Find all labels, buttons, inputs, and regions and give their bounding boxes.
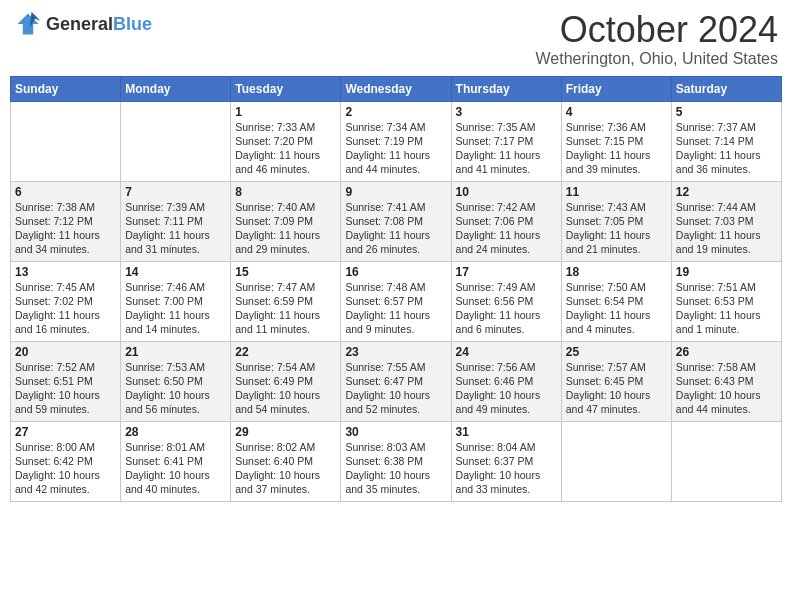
day-info: Sunrise: 7:36 AMSunset: 7:15 PMDaylight:… (566, 121, 651, 176)
day-info: Sunrise: 7:33 AMSunset: 7:20 PMDaylight:… (235, 121, 320, 176)
day-info: Sunrise: 7:53 AMSunset: 6:50 PMDaylight:… (125, 361, 210, 416)
calendar-cell (671, 421, 781, 501)
logo-general: General Blue (46, 14, 152, 35)
day-info: Sunrise: 7:47 AMSunset: 6:59 PMDaylight:… (235, 281, 320, 336)
day-info: Sunrise: 7:48 AMSunset: 6:57 PMDaylight:… (345, 281, 430, 336)
day-number: 29 (235, 425, 336, 439)
calendar-cell: 5 Sunrise: 7:37 AMSunset: 7:14 PMDayligh… (671, 101, 781, 181)
calendar-cell: 28 Sunrise: 8:01 AMSunset: 6:41 PMDaylig… (121, 421, 231, 501)
day-number: 24 (456, 345, 557, 359)
day-number: 13 (15, 265, 116, 279)
logo: General Blue (14, 10, 152, 38)
day-number: 8 (235, 185, 336, 199)
day-number: 31 (456, 425, 557, 439)
day-info: Sunrise: 7:49 AMSunset: 6:56 PMDaylight:… (456, 281, 541, 336)
day-info: Sunrise: 8:02 AMSunset: 6:40 PMDaylight:… (235, 441, 320, 496)
calendar-cell: 6 Sunrise: 7:38 AMSunset: 7:12 PMDayligh… (11, 181, 121, 261)
day-number: 18 (566, 265, 667, 279)
day-number: 23 (345, 345, 446, 359)
week-row-2: 6 Sunrise: 7:38 AMSunset: 7:12 PMDayligh… (11, 181, 782, 261)
day-number: 14 (125, 265, 226, 279)
day-info: Sunrise: 8:03 AMSunset: 6:38 PMDaylight:… (345, 441, 430, 496)
day-number: 15 (235, 265, 336, 279)
calendar-cell: 26 Sunrise: 7:58 AMSunset: 6:43 PMDaylig… (671, 341, 781, 421)
calendar-table: SundayMondayTuesdayWednesdayThursdayFrid… (10, 76, 782, 502)
calendar-cell: 19 Sunrise: 7:51 AMSunset: 6:53 PMDaylig… (671, 261, 781, 341)
day-number: 5 (676, 105, 777, 119)
calendar-cell: 10 Sunrise: 7:42 AMSunset: 7:06 PMDaylig… (451, 181, 561, 261)
day-number: 6 (15, 185, 116, 199)
day-info: Sunrise: 7:51 AMSunset: 6:53 PMDaylight:… (676, 281, 761, 336)
day-info: Sunrise: 8:01 AMSunset: 6:41 PMDaylight:… (125, 441, 210, 496)
calendar-cell: 3 Sunrise: 7:35 AMSunset: 7:17 PMDayligh… (451, 101, 561, 181)
calendar-cell (11, 101, 121, 181)
day-number: 25 (566, 345, 667, 359)
logo-icon (14, 10, 42, 38)
logo-text-blue: Blue (113, 14, 152, 35)
day-info: Sunrise: 8:04 AMSunset: 6:37 PMDaylight:… (456, 441, 541, 496)
calendar-cell (561, 421, 671, 501)
day-info: Sunrise: 7:46 AMSunset: 7:00 PMDaylight:… (125, 281, 210, 336)
week-row-1: 1 Sunrise: 7:33 AMSunset: 7:20 PMDayligh… (11, 101, 782, 181)
weekday-sunday: Sunday (11, 76, 121, 101)
day-info: Sunrise: 7:42 AMSunset: 7:06 PMDaylight:… (456, 201, 541, 256)
day-number: 26 (676, 345, 777, 359)
day-number: 11 (566, 185, 667, 199)
day-number: 17 (456, 265, 557, 279)
calendar-cell: 22 Sunrise: 7:54 AMSunset: 6:49 PMDaylig… (231, 341, 341, 421)
day-info: Sunrise: 7:55 AMSunset: 6:47 PMDaylight:… (345, 361, 430, 416)
day-number: 4 (566, 105, 667, 119)
weekday-monday: Monday (121, 76, 231, 101)
day-info: Sunrise: 7:50 AMSunset: 6:54 PMDaylight:… (566, 281, 651, 336)
calendar-cell: 11 Sunrise: 7:43 AMSunset: 7:05 PMDaylig… (561, 181, 671, 261)
calendar-cell: 23 Sunrise: 7:55 AMSunset: 6:47 PMDaylig… (341, 341, 451, 421)
day-number: 7 (125, 185, 226, 199)
day-number: 19 (676, 265, 777, 279)
calendar-cell: 13 Sunrise: 7:45 AMSunset: 7:02 PMDaylig… (11, 261, 121, 341)
day-info: Sunrise: 7:37 AMSunset: 7:14 PMDaylight:… (676, 121, 761, 176)
day-number: 16 (345, 265, 446, 279)
weekday-wednesday: Wednesday (341, 76, 451, 101)
calendar-cell: 1 Sunrise: 7:33 AMSunset: 7:20 PMDayligh… (231, 101, 341, 181)
weekday-tuesday: Tuesday (231, 76, 341, 101)
calendar-cell: 25 Sunrise: 7:57 AMSunset: 6:45 PMDaylig… (561, 341, 671, 421)
day-number: 22 (235, 345, 336, 359)
day-number: 27 (15, 425, 116, 439)
day-info: Sunrise: 7:56 AMSunset: 6:46 PMDaylight:… (456, 361, 541, 416)
weekday-friday: Friday (561, 76, 671, 101)
calendar-cell: 8 Sunrise: 7:40 AMSunset: 7:09 PMDayligh… (231, 181, 341, 261)
day-info: Sunrise: 7:41 AMSunset: 7:08 PMDaylight:… (345, 201, 430, 256)
calendar-cell: 18 Sunrise: 7:50 AMSunset: 6:54 PMDaylig… (561, 261, 671, 341)
calendar-cell: 7 Sunrise: 7:39 AMSunset: 7:11 PMDayligh… (121, 181, 231, 261)
week-row-3: 13 Sunrise: 7:45 AMSunset: 7:02 PMDaylig… (11, 261, 782, 341)
calendar-cell: 16 Sunrise: 7:48 AMSunset: 6:57 PMDaylig… (341, 261, 451, 341)
calendar-cell: 21 Sunrise: 7:53 AMSunset: 6:50 PMDaylig… (121, 341, 231, 421)
day-info: Sunrise: 7:52 AMSunset: 6:51 PMDaylight:… (15, 361, 100, 416)
calendar-cell: 29 Sunrise: 8:02 AMSunset: 6:40 PMDaylig… (231, 421, 341, 501)
calendar-cell: 12 Sunrise: 7:44 AMSunset: 7:03 PMDaylig… (671, 181, 781, 261)
calendar-cell: 15 Sunrise: 7:47 AMSunset: 6:59 PMDaylig… (231, 261, 341, 341)
week-row-4: 20 Sunrise: 7:52 AMSunset: 6:51 PMDaylig… (11, 341, 782, 421)
day-info: Sunrise: 7:39 AMSunset: 7:11 PMDaylight:… (125, 201, 210, 256)
day-number: 2 (345, 105, 446, 119)
location-title: Wetherington, Ohio, United States (535, 50, 778, 68)
page-header: General Blue October 2024 Wetherington, … (10, 10, 782, 68)
day-number: 20 (15, 345, 116, 359)
title-block: October 2024 Wetherington, Ohio, United … (535, 10, 778, 68)
calendar-cell: 24 Sunrise: 7:56 AMSunset: 6:46 PMDaylig… (451, 341, 561, 421)
calendar-cell: 2 Sunrise: 7:34 AMSunset: 7:19 PMDayligh… (341, 101, 451, 181)
day-info: Sunrise: 7:43 AMSunset: 7:05 PMDaylight:… (566, 201, 651, 256)
calendar-cell: 14 Sunrise: 7:46 AMSunset: 7:00 PMDaylig… (121, 261, 231, 341)
day-info: Sunrise: 7:40 AMSunset: 7:09 PMDaylight:… (235, 201, 320, 256)
calendar-cell: 27 Sunrise: 8:00 AMSunset: 6:42 PMDaylig… (11, 421, 121, 501)
logo-text-general: General (46, 14, 113, 35)
calendar-cell: 31 Sunrise: 8:04 AMSunset: 6:37 PMDaylig… (451, 421, 561, 501)
day-info: Sunrise: 7:45 AMSunset: 7:02 PMDaylight:… (15, 281, 100, 336)
day-number: 10 (456, 185, 557, 199)
day-info: Sunrise: 8:00 AMSunset: 6:42 PMDaylight:… (15, 441, 100, 496)
day-info: Sunrise: 7:44 AMSunset: 7:03 PMDaylight:… (676, 201, 761, 256)
week-row-5: 27 Sunrise: 8:00 AMSunset: 6:42 PMDaylig… (11, 421, 782, 501)
day-number: 21 (125, 345, 226, 359)
weekday-saturday: Saturday (671, 76, 781, 101)
day-info: Sunrise: 7:57 AMSunset: 6:45 PMDaylight:… (566, 361, 651, 416)
